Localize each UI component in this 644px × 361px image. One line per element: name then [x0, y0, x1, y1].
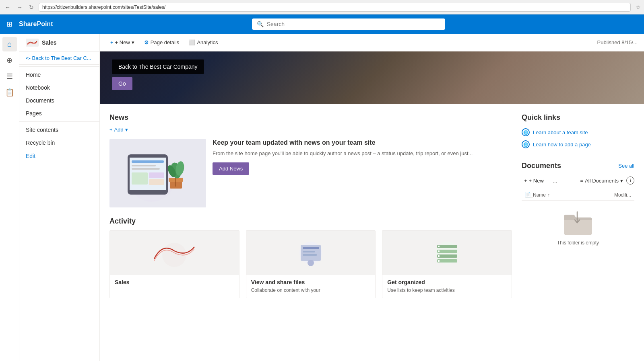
nav-pages[interactable]: Pages	[19, 107, 99, 120]
docs-new-label: + New	[529, 178, 544, 184]
plus-icon: +	[110, 39, 114, 45]
nav-edit[interactable]: Edit	[19, 150, 42, 162]
docs-col-icon: 📄	[525, 192, 533, 198]
svg-rect-8	[149, 179, 164, 185]
waffle-icon[interactable]: ⊞	[5, 18, 14, 30]
nav-recycle-bin[interactable]: Recycle bin	[19, 136, 99, 149]
svg-rect-18	[303, 247, 319, 249]
left-main-content: News + Add ▾	[109, 113, 522, 298]
main-layout: ⌂ ⊕ ☰ 📋 Sales <- Back to The Best Car C.…	[0, 34, 644, 361]
activity-card-desc-2: Collaborate on content with your	[251, 287, 371, 294]
svg-point-21	[308, 260, 314, 266]
quick-links-title: Quick links	[522, 113, 634, 122]
address-bar[interactable]: https://citizenbuilders.sharepoint.com/s…	[39, 3, 631, 12]
add-dropdown-icon: ▾	[125, 127, 128, 133]
svg-rect-20	[303, 254, 317, 256]
nav-documents[interactable]: Documents	[19, 94, 99, 107]
docs-col-name[interactable]: Name ↑	[533, 192, 607, 198]
quick-links-section: Quick links 🌐 Learn about a team site 🌐 …	[522, 113, 634, 148]
pages-side-icon[interactable]: ☰	[2, 69, 17, 84]
hero-go-button[interactable]: Go	[112, 77, 132, 90]
svg-rect-24	[437, 250, 457, 253]
empty-folder-text: This folder is empty	[557, 240, 599, 246]
activity-card-organized: Get organized Use lists to keep team act…	[382, 230, 512, 298]
quick-link-label-2: Learn how to add a page	[533, 142, 591, 148]
activity-section: Activity S	[109, 217, 512, 298]
search-icon: 🔍	[257, 21, 264, 27]
docs-title: Documents	[522, 162, 561, 170]
sharepoint-logo[interactable]: SharePoint	[19, 21, 53, 28]
sidebar-divider	[522, 155, 634, 155]
new-label: + New	[115, 39, 130, 45]
svg-rect-3	[132, 160, 164, 163]
hero-banner: Back to The Best Car Company Go	[100, 51, 644, 104]
forward-button[interactable]: →	[15, 3, 24, 11]
published-status: Published 8/15/...	[597, 39, 638, 45]
docs-more-button[interactable]: ...	[549, 175, 561, 186]
empty-folder: This folder is empty	[522, 201, 634, 254]
hero-tooltip: Back to The Best Car Company	[112, 59, 204, 74]
back-to-parent-link[interactable]: <- Back to The Best Car C...	[19, 52, 99, 65]
quick-link-1[interactable]: 🌐 Learn about a team site	[522, 128, 634, 136]
main-content-area: News + Add ▾	[100, 104, 644, 298]
site-title: Sales	[42, 39, 57, 46]
name-sort-icon: ↑	[547, 192, 550, 198]
analytics-button[interactable]: ⬜ Analytics	[185, 37, 222, 48]
nav-notebook[interactable]: Notebook	[19, 81, 99, 94]
news-text-area: Keep your team updated with news on your…	[213, 139, 512, 207]
news-title: News	[109, 113, 512, 122]
content-area: + + New ▾ ⚙ Page details ⬜ Analytics Pub…	[100, 34, 644, 361]
docs-info-button[interactable]: ℹ	[626, 176, 634, 185]
activity-cards: Sales	[109, 230, 512, 298]
search-input[interactable]	[267, 21, 440, 27]
browser-chrome: ← → ↻ https://citizenbuilders.sharepoint…	[0, 0, 644, 14]
refresh-button[interactable]: ↻	[27, 3, 35, 11]
filter-label: All Documents	[585, 178, 619, 184]
new-button[interactable]: + + New ▾	[106, 37, 138, 48]
back-button[interactable]: ←	[3, 3, 12, 11]
svg-rect-30	[438, 260, 440, 262]
docs-plus-icon: +	[524, 178, 527, 184]
sharepoint-topbar: ⊞ SharePoint 🔍	[0, 14, 644, 34]
notes-side-icon[interactable]: 📋	[2, 85, 17, 100]
activity-card-img-1	[110, 231, 239, 275]
bookmark-icon[interactable]: ☆	[636, 4, 641, 10]
news-illustration	[109, 139, 206, 207]
news-block: Keep your team updated with news on your…	[109, 139, 512, 207]
page-details-icon: ⚙	[144, 39, 149, 45]
docs-col-modified: Modifi...	[607, 192, 631, 198]
docs-new-button[interactable]: + + New	[522, 176, 546, 185]
activity-card-title-3: Get organized	[387, 279, 507, 285]
left-nav: Sales <- Back to The Best Car C... Home …	[19, 34, 100, 361]
filter-chevron-icon: ▾	[620, 178, 623, 184]
home-side-icon[interactable]: ⌂	[2, 37, 17, 51]
activity-card-sales: Sales	[109, 230, 239, 298]
docs-filter-button[interactable]: ≡ All Documents ▾	[580, 178, 623, 184]
search-box[interactable]: 🔍	[252, 18, 445, 30]
svg-rect-7	[149, 172, 164, 178]
see-all-link[interactable]: See all	[618, 163, 634, 169]
news-add-button[interactable]: + Add ▾	[109, 127, 512, 133]
svg-rect-25	[437, 254, 457, 258]
documents-section: Documents See all + + New ... ≡ All Docu…	[522, 162, 634, 254]
quick-link-2[interactable]: 🌐 Learn how to add a page	[522, 140, 634, 148]
quick-link-label-1: Learn about a team site	[533, 129, 588, 135]
nav-home[interactable]: Home	[19, 68, 99, 81]
page-details-label: Page details	[151, 39, 180, 45]
news-section: News + Add ▾	[109, 113, 512, 207]
activity-card-img-3	[382, 231, 512, 275]
quick-link-globe-icon-2: 🌐	[522, 140, 530, 148]
site-logo	[26, 39, 39, 47]
analytics-icon: ⬜	[189, 39, 195, 45]
plus-icon: +	[109, 127, 113, 133]
activity-card-img-2	[246, 231, 376, 275]
globe-side-icon[interactable]: ⊕	[2, 53, 17, 68]
page-details-button[interactable]: ⚙ Page details	[140, 37, 184, 48]
page-toolbar: + + New ▾ ⚙ Page details ⬜ Analytics Pub…	[100, 34, 644, 51]
right-sidebar: Quick links 🌐 Learn about a team site 🌐 …	[522, 113, 634, 298]
add-news-button[interactable]: Add News	[213, 162, 249, 175]
svg-rect-23	[437, 245, 457, 248]
empty-folder-icon	[562, 209, 594, 237]
docs-header: Documents See all	[522, 162, 634, 170]
nav-site-contents[interactable]: Site contents	[19, 123, 99, 136]
